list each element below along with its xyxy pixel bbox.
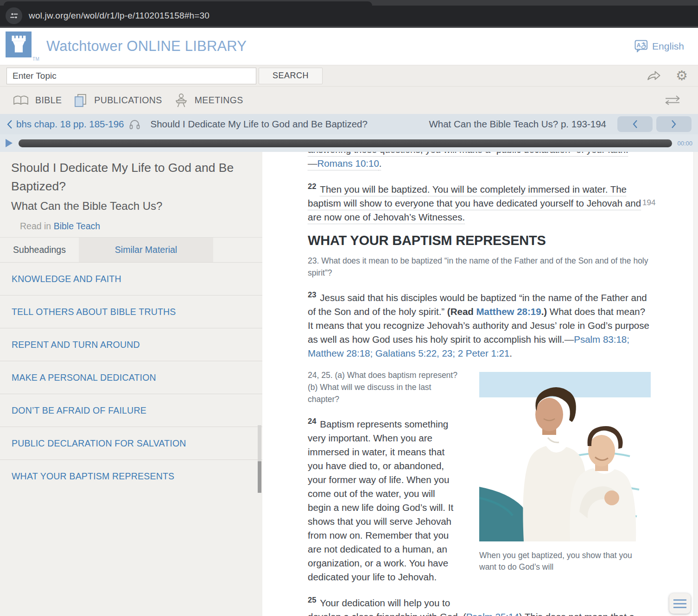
- settings-gear-icon[interactable]: ⚙: [676, 69, 688, 82]
- text-run: .: [379, 158, 382, 169]
- page-number-marker: 194: [642, 196, 655, 210]
- nav-item-label: PUBLICATIONS: [94, 95, 162, 106]
- site-header: TM Watchtower ONLINE LIBRARY A English: [0, 28, 698, 65]
- browser-tab[interactable]: [4, 1, 372, 6]
- article-body: answering those questions, you will make…: [308, 152, 651, 616]
- chevron-left-icon: [632, 119, 638, 129]
- sidebar-doc-subtitle: What Can the Bible Teach Us?: [11, 198, 251, 214]
- text-run: Baptism represents something very import…: [308, 419, 453, 582]
- chevron-left-icon: [6, 119, 13, 129]
- nav-item-label: BIBLE: [35, 95, 62, 106]
- contents-menu-button[interactable]: [669, 593, 691, 614]
- browser-tab-strip: [0, 0, 698, 6]
- tab-similar-material[interactable]: Similar Material: [79, 238, 213, 262]
- text-run: —: [308, 158, 317, 169]
- article-scrollbar[interactable]: [693, 152, 698, 616]
- paragraph-22: 22Then you will be baptized. You will be…: [308, 179, 651, 224]
- trademark-label: TM: [32, 57, 39, 62]
- document-title-breadcrumb: Should I Dedicate My Life to God and Be …: [151, 119, 368, 130]
- subheading-item[interactable]: MAKE A PERSONAL DEDICATION: [0, 361, 262, 394]
- scripture-link[interactable]: Matthew 28:19: [476, 306, 541, 317]
- text-run: (Read: [447, 306, 476, 317]
- paragraph-23: 23Jesus said that his disciples would be…: [308, 288, 651, 360]
- text-run: Then you will be baptized. You will be c…: [308, 184, 641, 222]
- publications-icon: [74, 94, 88, 107]
- search-input[interactable]: [6, 68, 256, 84]
- audio-toggle[interactable]: [129, 119, 140, 130]
- subheading-item[interactable]: TELL OTHERS ABOUT BIBLE TRUTHS: [0, 295, 262, 328]
- paragraph-number: 23: [308, 288, 316, 302]
- subheading-item[interactable]: KNOWLEDGE AND FAITH: [0, 262, 262, 295]
- meetings-icon: [174, 93, 188, 108]
- nav-item-meetings[interactable]: MEETINGS: [174, 93, 243, 108]
- sidebar-scrollbar-thumb[interactable]: [258, 461, 261, 493]
- text-run: .: [509, 348, 512, 358]
- paragraph-25: 25Your dedication will help you to devel…: [308, 593, 651, 616]
- menu-icon: [673, 599, 686, 601]
- language-icon: A: [635, 40, 648, 52]
- language-selector[interactable]: A English: [635, 40, 684, 52]
- paragraph-number: 22: [308, 179, 316, 193]
- tab-subheadings[interactable]: Subheadings: [0, 238, 79, 262]
- bible-book-icon: [13, 95, 29, 106]
- text-run: answering those questions, you will make…: [308, 152, 628, 155]
- browser-address-bar[interactable]: wol.jw.org/en/wol/d/r1/lp-e/1102015158#h…: [0, 6, 698, 26]
- read-in-label: Read in: [20, 221, 51, 231]
- primary-nav: BIBLE PUBLICATIONS MEETINGS: [0, 86, 698, 114]
- share-icon[interactable]: [647, 70, 661, 82]
- browser-chrome: wol.jw.org/en/wol/d/r1/lp-e/1102015158#h…: [0, 0, 698, 28]
- sidebar-tabs: SubheadingsSimilar Material: [0, 237, 262, 262]
- nav-item-bible[interactable]: BIBLE: [13, 95, 62, 106]
- text-run: ) This does not mean that a: [519, 611, 635, 616]
- read-in-link[interactable]: Bible Teach: [54, 221, 100, 231]
- audio-time: 00:00: [672, 140, 692, 147]
- next-article-button[interactable]: [656, 116, 692, 132]
- study-question: 23. What does it mean to be baptized “in…: [308, 255, 651, 279]
- url-text[interactable]: wol.jw.org/en/wol/d/r1/lp-e/1102015158#h…: [29, 11, 209, 21]
- search-button[interactable]: SEARCH: [259, 68, 323, 84]
- watchtower-logo[interactable]: TM: [6, 31, 44, 62]
- sidebar-doc-title: Should I Dedicate My Life to God and Be …: [11, 158, 251, 195]
- scripture-link[interactable]: Psalm 25:14: [466, 611, 519, 616]
- subheading-item[interactable]: PUBLIC DECLARATION FOR SALVATION: [0, 427, 262, 459]
- site-info-icon[interactable]: [6, 7, 22, 24]
- nav-item-label: MEETINGS: [195, 95, 243, 106]
- paragraph-number: 25: [308, 593, 316, 607]
- article-pane: answering those questions, you will make…: [262, 152, 698, 616]
- scripture-link[interactable]: Romans 10:10: [317, 158, 379, 169]
- svg-text:A: A: [637, 42, 641, 49]
- play-icon[interactable]: [6, 139, 13, 147]
- subheading-item[interactable]: REPENT AND TURN AROUND: [0, 328, 262, 361]
- subheading-item[interactable]: DON’T BE AFRAID OF FAILURE: [0, 394, 262, 427]
- subheading-item[interactable]: WHAT YOUR BAPTISM REPRESENTS: [0, 459, 262, 492]
- previous-article-button[interactable]: [617, 116, 653, 132]
- headphones-icon: [129, 119, 140, 130]
- paragraph-number: 24: [308, 414, 316, 428]
- sidebar-scrollbar-track[interactable]: [258, 425, 261, 461]
- language-label: English: [652, 41, 684, 52]
- publication-context: What Can the Bible Teach Us? p. 193-194: [429, 119, 606, 130]
- watchtower-logo-icon: [6, 31, 32, 57]
- audio-progress-bar[interactable]: [19, 139, 672, 147]
- breadcrumb-bar: bhs chap. 18 pp. 185-196 Should I Dedica…: [0, 114, 698, 134]
- chevron-right-icon: [671, 119, 677, 129]
- paragraph: answering those questions, you will make…: [308, 152, 651, 170]
- parallel-translations-icon[interactable]: [664, 95, 681, 106]
- text-run: .): [541, 306, 547, 317]
- text-run: Your dedication will help you to develop…: [308, 597, 466, 616]
- subheadings-list: KNOWLEDGE AND FAITHTELL OTHERS ABOUT BIB…: [0, 262, 262, 492]
- sidebar: Should I Dedicate My Life to God and Be …: [0, 152, 262, 616]
- site-title[interactable]: Watchtower ONLINE LIBRARY: [46, 38, 247, 55]
- section-heading: WHAT YOUR BAPTISM REPRESENTS: [308, 233, 651, 247]
- search-bar: SEARCH ⚙: [0, 65, 698, 86]
- nav-item-publications[interactable]: PUBLICATIONS: [74, 94, 162, 107]
- audio-player: 00:00: [0, 134, 698, 152]
- back-button[interactable]: [6, 119, 13, 129]
- publication-reference-link[interactable]: bhs chap. 18 pp. 185-196: [16, 119, 124, 130]
- paragraph-24: 24Baptism represents something very impo…: [308, 414, 651, 584]
